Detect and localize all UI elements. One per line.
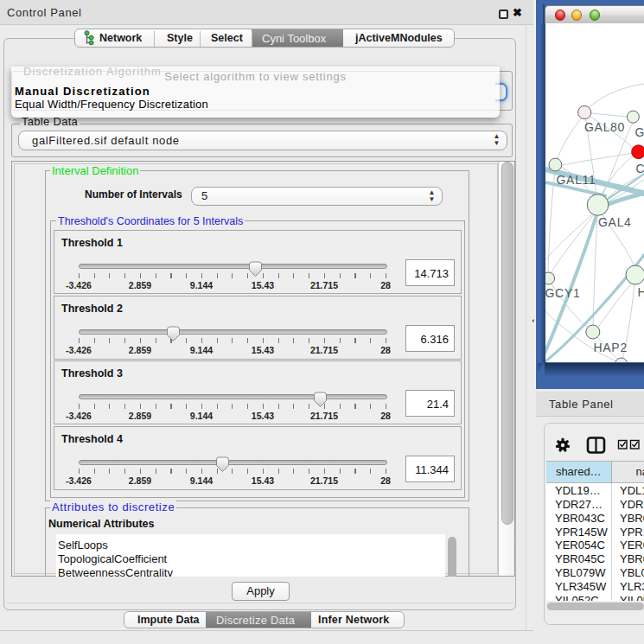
svg-text:GAL: GAL (635, 125, 644, 139)
svg-text:CDC: CDC (636, 162, 644, 175)
svg-text:GAL80: GAL80 (584, 120, 625, 134)
svg-text:GAL11: GAL11 (557, 173, 596, 187)
svg-text:GCY1: GCY1 (545, 286, 581, 300)
svg-text:HAP: HAP (638, 285, 644, 299)
svg-text:GAL4: GAL4 (598, 215, 632, 229)
svg-text:HAP2: HAP2 (594, 341, 628, 354)
